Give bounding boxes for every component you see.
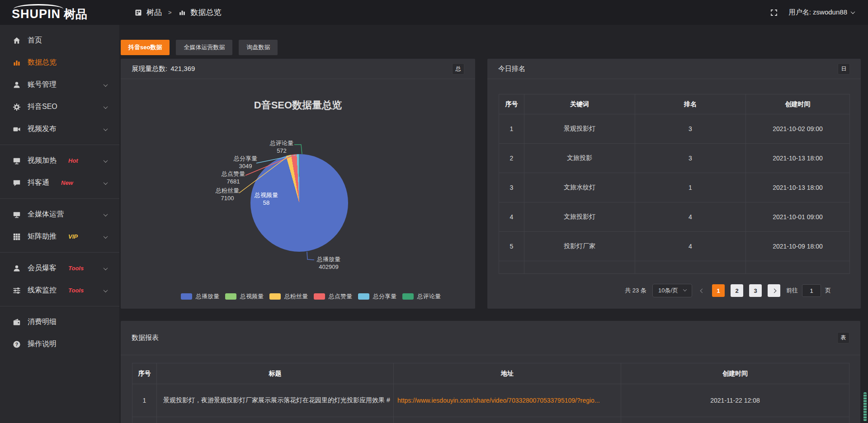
pie-label-videos: 总视频量 58 bbox=[250, 191, 283, 207]
main-content: 抖音seo数据 全媒体运营数据 询盘数据 展现量总数: 421,369 总 D音… bbox=[119, 25, 868, 423]
sidebar-item-label: 会员爆客 bbox=[28, 263, 57, 273]
exposure-total-value: 421,369 bbox=[170, 65, 195, 73]
pie-label-shares: 总分享量 3049 bbox=[227, 155, 264, 170]
legend-item-shares[interactable]: 总分享量 bbox=[358, 292, 396, 301]
logo-text-cn: 树品 bbox=[64, 3, 87, 22]
table-view-button[interactable]: 表 bbox=[837, 332, 849, 343]
legend-item-likes[interactable]: 总点赞量 bbox=[314, 292, 352, 301]
grid-icon bbox=[12, 232, 21, 241]
username-label: 用户名: zswodun88 bbox=[789, 8, 847, 17]
sidebar-divider bbox=[0, 252, 119, 253]
sidebar-item-lead-monitor[interactable]: 线索监控 Tools bbox=[0, 279, 119, 301]
legend-swatch bbox=[358, 293, 369, 300]
breadcrumb-root[interactable]: 树品 bbox=[146, 7, 162, 18]
pie-label-plays: 总播放量 402909 bbox=[311, 255, 347, 271]
table-row: 4文旅投影灯42021-10-01 09:00 bbox=[499, 202, 850, 232]
user-menu[interactable]: 用户名: zswodun88 bbox=[789, 8, 854, 17]
fullscreen-icon[interactable] bbox=[770, 9, 778, 17]
page-button-1[interactable]: 1 bbox=[712, 284, 725, 297]
sidebar-divider bbox=[0, 306, 119, 306]
tab-media-ops-data[interactable]: 全媒体运营数据 bbox=[176, 40, 232, 55]
sidebar-item-video-heat[interactable]: 视频加热 Hot bbox=[0, 150, 119, 172]
gear-icon bbox=[12, 103, 21, 111]
breadcrumb-current: 数据总览 bbox=[191, 7, 222, 18]
prev-page-button[interactable] bbox=[698, 284, 706, 297]
topbar-right: 用户名: zswodun88 bbox=[770, 8, 868, 17]
sidebar-item-label: 首页 bbox=[28, 36, 42, 45]
chat-bubble-icon bbox=[12, 179, 21, 187]
goto-page: 前往 页 bbox=[786, 284, 831, 297]
bar-chart-icon bbox=[12, 58, 21, 67]
app-logo[interactable]: SHUPIN 树品 bbox=[0, 3, 119, 22]
ranking-table: 序号 关键词 排名 创建时间 1景观投影灯32021-10-02 09:00 2… bbox=[499, 94, 850, 274]
goto-page-input[interactable] bbox=[802, 284, 821, 297]
wallet-icon bbox=[12, 318, 21, 326]
legend-swatch bbox=[314, 293, 325, 300]
tools-badge: Tools bbox=[68, 265, 84, 272]
legend-swatch bbox=[402, 293, 414, 300]
new-badge: New bbox=[61, 179, 73, 186]
sidebar-divider bbox=[0, 145, 119, 145]
sidebar-item-data-overview[interactable]: 数据总览 bbox=[0, 52, 119, 74]
sidebar-item-member-burst[interactable]: 会员爆客 Tools bbox=[0, 257, 119, 279]
video-link[interactable]: https://www.iesdouyin.com/share/video/70… bbox=[394, 384, 621, 417]
sidebar-item-matrix-boost[interactable]: 矩阵助推 VIP bbox=[0, 226, 119, 248]
seo-chart-panel: 展现量总数: 421,369 总 D音SEO数据量总览 总评论量 572 总分享… bbox=[121, 59, 475, 309]
sidebar-divider bbox=[0, 198, 119, 199]
video-camera-icon bbox=[12, 125, 21, 133]
chevron-down-icon bbox=[104, 180, 108, 185]
legend-item-comments[interactable]: 总评论量 bbox=[402, 292, 441, 301]
page-button-3[interactable]: 3 bbox=[749, 284, 762, 297]
logo-text-en: SHUPIN bbox=[12, 7, 61, 21]
sidebar-item-douyin-seo[interactable]: 抖音SEO bbox=[0, 96, 119, 118]
report-table: 序号 标题 地址 创建时间 1 景观投影灯，夜游景观投影灯厂家展示展示落花灯在花… bbox=[132, 363, 849, 423]
chevron-down-icon bbox=[683, 287, 687, 291]
legend-item-videos[interactable]: 总视频量 bbox=[225, 292, 264, 301]
pie-label-likes: 总点赞量 7681 bbox=[215, 170, 251, 185]
chevron-down-icon bbox=[104, 288, 108, 292]
seo-panel-header: 展现量总数: 421,369 总 bbox=[121, 59, 475, 79]
sidebar-item-label: 账号管理 bbox=[28, 80, 57, 89]
next-page-button[interactable] bbox=[768, 284, 780, 297]
chevron-down-icon bbox=[104, 212, 108, 216]
logo-arc-icon bbox=[14, 4, 63, 9]
sidebar-item-help[interactable]: ? 操作说明 bbox=[0, 333, 119, 355]
chevron-right-icon bbox=[772, 288, 776, 293]
sidebar-item-video-publish[interactable]: 视频发布 bbox=[0, 118, 119, 140]
sidebar-item-label: 数据总览 bbox=[28, 58, 57, 67]
page-size-select[interactable]: 10条/页 bbox=[652, 284, 692, 297]
legend-item-fans[interactable]: 总粉丝量 bbox=[269, 292, 308, 301]
sidebar-item-account[interactable]: 账号管理 bbox=[0, 74, 119, 96]
chevron-down-icon bbox=[104, 266, 108, 270]
sidebar-item-label: 线索监控 bbox=[28, 286, 57, 295]
exposure-total: 展现量总数: 421,369 bbox=[132, 65, 195, 73]
sidebar-item-consumption[interactable]: 消费明细 bbox=[0, 311, 119, 333]
legend-item-plays[interactable]: 总播放量 bbox=[181, 292, 219, 301]
sidebar-item-home[interactable]: 首页 bbox=[0, 29, 119, 52]
chevron-down-icon bbox=[104, 158, 108, 163]
page-scrollbar-thumb[interactable] bbox=[863, 392, 867, 421]
tab-douyin-seo-data[interactable]: 抖音seo数据 bbox=[121, 40, 170, 55]
page-button-2[interactable]: 2 bbox=[731, 284, 743, 297]
report-panel: 数据报表 表 序号 标题 地址 创建时间 1 景观投影灯，夜游景观投影灯厂 bbox=[121, 321, 860, 423]
sidebar-item-label: 消费明细 bbox=[28, 317, 57, 327]
legend-swatch bbox=[225, 293, 236, 300]
bar-chart-icon bbox=[178, 8, 187, 17]
report-title-cell: 景观投影灯，夜游景观投影灯厂家展示展示落花灯在花园里的灯光投影应用效果 # bbox=[157, 384, 394, 417]
tab-inquiry-data[interactable]: 询盘数据 bbox=[239, 40, 278, 55]
daily-view-button[interactable]: 日 bbox=[838, 63, 850, 75]
app-root: SHUPIN 树品 树品 > 数据总览 用户名: zswodun88 bbox=[0, 0, 868, 423]
report-panel-title: 数据报表 bbox=[132, 334, 159, 342]
goto-unit: 页 bbox=[825, 287, 831, 295]
chart-legend: 总播放量 总视频量 总粉丝量 总点赞量 总分享量 总评论量 bbox=[181, 292, 441, 301]
table-row-partial bbox=[132, 417, 849, 423]
dashboard-icon bbox=[134, 8, 142, 17]
sidebar-item-media-ops[interactable]: 全媒体运营 bbox=[0, 203, 119, 226]
sidebar-item-douketong[interactable]: 抖客通 New bbox=[0, 172, 119, 194]
svg-text:?: ? bbox=[15, 341, 18, 347]
exposure-total-label: 展现量总数: bbox=[132, 65, 167, 73]
home-icon bbox=[12, 36, 21, 45]
total-view-button[interactable]: 总 bbox=[452, 63, 464, 75]
table-row: 3文旅水纹灯12021-10-13 18:00 bbox=[499, 173, 850, 202]
table-row: 1景观投影灯32021-10-02 09:00 bbox=[499, 114, 850, 144]
